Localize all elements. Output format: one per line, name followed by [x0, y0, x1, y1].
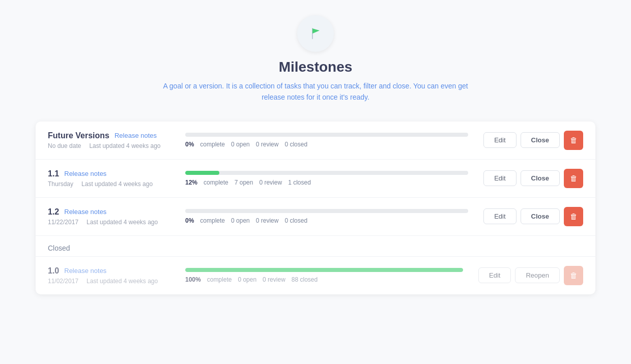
milestone-info-1-0: 1.0 Release notes 11/02/2017 Last update… — [48, 266, 170, 285]
due-date-1-0: 11/02/2017 — [48, 278, 78, 285]
milestone-actions-1-2: Edit Close 🗑 — [483, 207, 583, 226]
progress-track-future — [185, 133, 468, 137]
progress-track-1-1 — [185, 171, 468, 175]
review-count-1-1: 0 review — [259, 179, 282, 186]
pct-future: 0% — [185, 141, 194, 148]
pct-1-2: 0% — [185, 217, 194, 224]
milestone-progress-future: 0% complete 0 open 0 review 0 closed — [170, 133, 483, 148]
progress-track-1-2 — [185, 209, 468, 213]
progress-stats-1-2: 0% complete 0 open 0 review 0 closed — [185, 217, 468, 224]
delete-button-1-1[interactable]: 🗑 — [564, 169, 583, 188]
milestone-info-1-2: 1.2 Release notes 11/22/2017 Last update… — [48, 207, 170, 226]
last-updated-1-1: Last updated 4 weeks ago — [81, 180, 153, 188]
milestone-version-label: Future Versions — [48, 131, 109, 140]
release-notes-link-1-2[interactable]: Release notes — [64, 208, 106, 216]
flag-icon — [297, 15, 334, 52]
milestone-actions-future: Edit Close 🗑 — [483, 131, 583, 150]
open-count-1-0: 0 open — [238, 276, 256, 283]
milestone-name-1-1: 1.1 Release notes — [48, 169, 170, 178]
edit-button-1-2[interactable]: Edit — [483, 208, 516, 224]
milestone-info-1-1: 1.1 Release notes Thursday Last updated … — [48, 169, 170, 188]
description-highlight: It is a collection of tasks that you can… — [226, 82, 468, 101]
edit-button-1-0[interactable]: Edit — [478, 267, 511, 283]
milestone-meta-1-2: 11/22/2017 Last updated 4 weeks ago — [48, 219, 170, 226]
milestone-meta-future: No due date Last updated 4 weeks ago — [48, 142, 170, 149]
progress-stats-future: 0% complete 0 open 0 review 0 closed — [185, 141, 468, 148]
milestone-row-future-versions: Future Versions Release notes No due dat… — [36, 122, 595, 160]
closed-count-1-2: 0 closed — [284, 217, 307, 224]
milestone-row-1-1: 1.1 Release notes Thursday Last updated … — [36, 160, 595, 198]
release-notes-link-1-0[interactable]: Release notes — [64, 267, 106, 275]
milestone-progress-1-1: 12% complete 7 open 0 review 1 closed — [170, 171, 483, 186]
last-updated-1-0: Last updated 4 weeks ago — [87, 278, 158, 285]
closed-count-1-0: 88 closed — [292, 276, 318, 283]
progress-stats-1-1: 12% complete 7 open 0 review 1 closed — [185, 179, 468, 186]
milestone-progress-1-2: 0% complete 0 open 0 review 0 closed — [170, 209, 483, 224]
due-date-1-1: Thursday — [48, 180, 73, 188]
last-updated-1-2: Last updated 4 weeks ago — [87, 219, 158, 226]
review-count-future: 0 review — [256, 141, 279, 148]
close-button-1-1[interactable]: Close — [521, 170, 560, 186]
reopen-button-1-0[interactable]: Reopen — [515, 267, 560, 283]
complete-label-future: complete — [200, 141, 225, 148]
due-date-future: No due date — [48, 142, 81, 149]
progress-track-1-0 — [185, 268, 463, 272]
delete-button-future[interactable]: 🗑 — [564, 131, 583, 150]
milestone-row-1-0: 1.0 Release notes 11/02/2017 Last update… — [36, 257, 595, 294]
milestone-actions-1-1: Edit Close 🗑 — [483, 169, 583, 188]
progress-fill-1-0 — [185, 268, 463, 272]
closed-count-1-1: 1 closed — [288, 179, 311, 186]
delete-button-1-2[interactable]: 🗑 — [564, 207, 583, 226]
milestone-info-future-versions: Future Versions Release notes No due dat… — [48, 131, 170, 149]
milestone-version-label-1-0: 1.0 — [48, 266, 59, 276]
milestone-meta-1-0: 11/02/2017 Last updated 4 weeks ago — [48, 278, 170, 285]
review-count-1-2: 0 review — [256, 217, 279, 224]
page-title: Milestones — [279, 59, 353, 75]
complete-label-1-1: complete — [204, 179, 228, 186]
milestone-meta-1-1: Thursday Last updated 4 weeks ago — [48, 180, 170, 188]
milestone-actions-1-0: Edit Reopen 🗑 — [478, 266, 583, 285]
milestone-name-1-0: 1.0 Release notes — [48, 266, 170, 276]
milestone-version-label-1-2: 1.2 — [48, 207, 59, 217]
open-count-1-2: 0 open — [231, 217, 250, 224]
delete-button-1-0[interactable]: 🗑 — [564, 266, 583, 285]
pct-1-1: 12% — [185, 179, 197, 186]
open-count-1-1: 7 open — [235, 179, 253, 186]
release-notes-link-1-1[interactable]: Release notes — [64, 170, 106, 177]
closed-section-label: Closed — [36, 236, 595, 257]
milestone-version-label-1-1: 1.1 — [48, 169, 59, 178]
pct-1-0: 100% — [185, 276, 201, 283]
complete-label-1-0: complete — [207, 276, 232, 283]
milestone-row-1-2: 1.2 Release notes 11/22/2017 Last update… — [36, 198, 595, 236]
progress-fill-1-1 — [185, 171, 219, 175]
close-button-future[interactable]: Close — [521, 132, 560, 148]
release-notes-link-future[interactable]: Release notes — [114, 132, 157, 139]
complete-label-1-2: complete — [200, 217, 225, 224]
last-updated-future: Last updated 4 weeks ago — [89, 142, 160, 149]
page-header: Milestones A goal or a version. It is a … — [158, 15, 473, 103]
milestones-card: Future Versions Release notes No due dat… — [36, 122, 595, 294]
progress-stats-1-0: 100% complete 0 open 0 review 88 closed — [185, 276, 463, 283]
closed-count-future: 0 closed — [284, 141, 307, 148]
edit-button-1-1[interactable]: Edit — [483, 170, 516, 186]
milestone-progress-1-0: 100% complete 0 open 0 review 88 closed — [170, 268, 478, 283]
due-date-1-2: 11/22/2017 — [48, 219, 78, 226]
review-count-1-0: 0 review — [263, 276, 285, 283]
open-count-future: 0 open — [231, 141, 250, 148]
description-plain: A goal or a version. — [163, 82, 226, 90]
milestone-name-future-versions: Future Versions Release notes — [48, 131, 170, 140]
page-description: A goal or a version. It is a collection … — [158, 80, 473, 103]
milestone-name-1-2: 1.2 Release notes — [48, 207, 170, 217]
close-button-1-2[interactable]: Close — [521, 208, 560, 224]
edit-button-future[interactable]: Edit — [483, 132, 516, 148]
